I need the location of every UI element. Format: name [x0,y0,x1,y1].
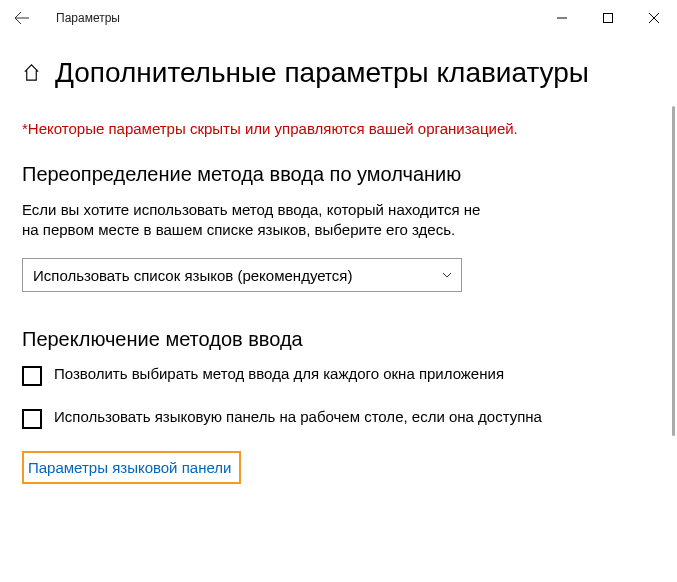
section1-desc: Если вы хотите использовать метод ввода,… [22,200,492,241]
home-button[interactable] [22,63,41,82]
close-button[interactable] [631,2,677,34]
checkbox-label: Использовать языковую панель на рабочем … [54,408,542,425]
chevron-down-icon [441,269,453,281]
default-input-method-dropdown[interactable]: Использовать список языков (рекомендуетс… [22,258,462,292]
window-controls [539,2,677,34]
svg-rect-0 [604,14,613,23]
maximize-icon [603,13,613,23]
checkbox-icon [22,409,42,429]
arrow-left-icon [14,10,30,26]
scrollbar-thumb[interactable] [672,106,675,436]
back-button[interactable] [14,10,42,26]
main-content: Дополнительные параметры клавиатуры *Нек… [0,36,671,582]
checkbox-icon [22,366,42,386]
home-icon [22,63,41,82]
maximize-button[interactable] [585,2,631,34]
minimize-icon [557,13,567,23]
section2-title: Переключение методов ввода [22,328,649,351]
dropdown-value: Использовать список языков (рекомендуетс… [33,267,352,284]
minimize-button[interactable] [539,2,585,34]
titlebar: Параметры [0,0,677,36]
section1-title: Переопределение метода ввода по умолчани… [22,163,649,186]
close-icon [649,13,659,23]
checkbox-label: Позволить выбирать метод ввода для каждо… [54,365,504,382]
checkbox-language-bar[interactable]: Использовать языковую панель на рабочем … [22,408,572,429]
policy-warning: *Некоторые параметры скрыты или управляю… [22,120,649,137]
page-title: Дополнительные параметры клавиатуры [55,56,589,90]
scrollbar[interactable] [671,36,677,582]
window-title: Параметры [56,11,120,25]
language-bar-settings-link[interactable]: Параметры языковой панели [22,451,241,484]
checkbox-per-window[interactable]: Позволить выбирать метод ввода для каждо… [22,365,572,386]
